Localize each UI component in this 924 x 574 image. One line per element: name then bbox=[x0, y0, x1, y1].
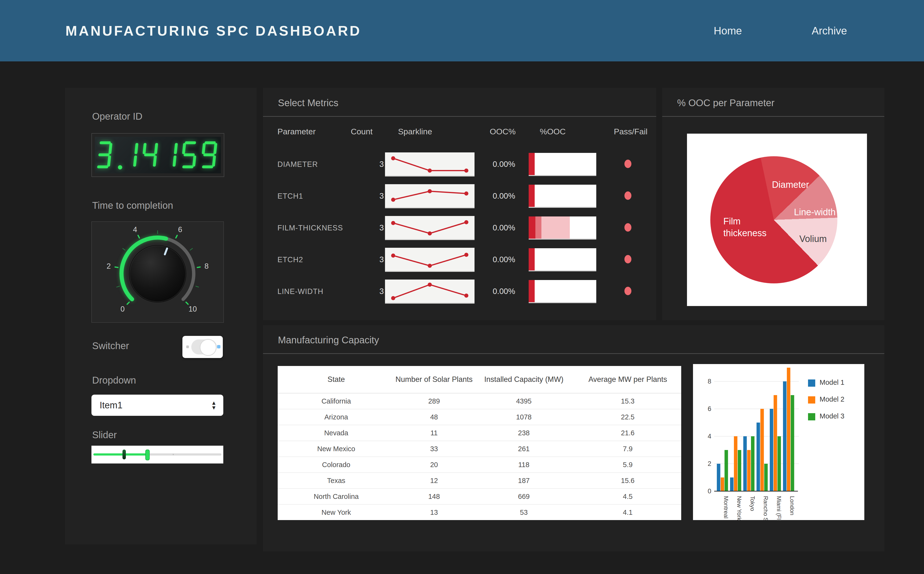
time-gauge: 0246810 bbox=[91, 221, 224, 323]
svg-text:Montreal (Quebec): Montreal (Quebec) bbox=[723, 496, 729, 520]
knob-gauge[interactable]: 0246810 bbox=[92, 222, 223, 322]
switch-knob[interactable] bbox=[200, 339, 217, 356]
slider[interactable] bbox=[91, 446, 223, 464]
table-cell: California bbox=[278, 397, 394, 405]
nav-home[interactable]: Home bbox=[714, 25, 742, 37]
divider bbox=[263, 116, 656, 117]
pass-fail-indicator bbox=[624, 191, 632, 200]
pass-fail-indicator bbox=[624, 255, 632, 263]
table-cell: 289 bbox=[394, 397, 473, 405]
switcher-label: Switcher bbox=[92, 341, 129, 351]
metrics-row: ETCH130.00% bbox=[263, 180, 656, 211]
pie-label-diameter: Diameter bbox=[772, 180, 809, 190]
table-cell: Colorado bbox=[278, 461, 394, 469]
pass-fail-indicator bbox=[624, 159, 632, 168]
table-row: Nevada1123821.6 bbox=[278, 425, 681, 441]
bar bbox=[774, 395, 777, 491]
table-cell: 4.5 bbox=[574, 493, 681, 501]
nav-archive[interactable]: Archive bbox=[812, 25, 847, 37]
ooc-bar bbox=[529, 248, 596, 271]
svg-text:6: 6 bbox=[178, 226, 182, 234]
legend-swatch bbox=[808, 380, 815, 387]
table-cell: New York bbox=[278, 508, 394, 516]
capacity-panel: Manufacturing Capacity StateNumber of So… bbox=[263, 325, 884, 551]
table-row: California289439515.3 bbox=[278, 393, 681, 409]
pie-label-volium: Volium bbox=[799, 234, 827, 244]
chevron-updown-icon: ▲▼ bbox=[211, 401, 217, 410]
table-cell: 15.6 bbox=[574, 477, 681, 485]
svg-text:Tokyo: Tokyo bbox=[749, 496, 756, 511]
bar bbox=[756, 423, 760, 491]
bar bbox=[734, 436, 737, 491]
table-cell: 15.3 bbox=[574, 397, 681, 405]
led-screen bbox=[95, 137, 221, 173]
metrics-row: LINE-WIDTH30.00% bbox=[263, 275, 656, 307]
table-cell: 669 bbox=[473, 493, 574, 501]
legend-label: Model 1 bbox=[820, 378, 844, 386]
svg-text:Miami (Florida): Miami (Florida) bbox=[776, 496, 782, 520]
parameter-name: DIAMETER bbox=[277, 160, 318, 169]
bar bbox=[770, 409, 773, 491]
control-panel: Operator ID Time to completion 0246810 S… bbox=[65, 88, 256, 544]
metrics-row: DIAMETER30.00% bbox=[263, 148, 656, 180]
table-cell: 5.9 bbox=[574, 461, 681, 469]
table-cell: 148 bbox=[394, 493, 473, 501]
table-cell: 11 bbox=[394, 429, 473, 437]
table-row: Texas1218715.6 bbox=[278, 473, 681, 489]
column-header-parameter: Parameter bbox=[277, 127, 316, 136]
svg-text:0: 0 bbox=[708, 487, 711, 495]
sparkline-chart bbox=[385, 279, 475, 304]
sparkline-chart bbox=[385, 184, 475, 208]
bar bbox=[747, 450, 751, 491]
parameter-name: LINE-WIDTH bbox=[277, 287, 324, 296]
ooc-bar bbox=[529, 153, 596, 176]
column-header-pooc: %OOC bbox=[539, 127, 567, 136]
divider bbox=[662, 116, 884, 117]
table-cell: 12 bbox=[394, 477, 473, 485]
table-cell: 21.6 bbox=[574, 429, 681, 437]
table-header-cell: Average MW per Plants bbox=[574, 375, 681, 384]
table-row: Colorado201185.9 bbox=[278, 457, 681, 473]
sparkline-chart bbox=[385, 216, 475, 240]
divider bbox=[263, 353, 884, 354]
dropdown-value: Item1 bbox=[100, 400, 211, 410]
bar bbox=[743, 436, 747, 491]
switcher-toggle[interactable] bbox=[182, 336, 223, 358]
bar bbox=[721, 478, 724, 491]
slider-track[interactable] bbox=[93, 453, 222, 456]
ooc-percent: 0.00% bbox=[484, 191, 515, 200]
column-header-sparkline: Sparkline bbox=[396, 127, 434, 136]
ooc-bar-segment bbox=[529, 280, 535, 302]
pie-panel: % OOC per Parameter Diameter Line-width … bbox=[662, 88, 884, 320]
ooc-bar bbox=[529, 184, 596, 208]
table-cell: 261 bbox=[473, 445, 574, 453]
table-cell: 48 bbox=[394, 413, 473, 421]
ooc-bar-segment bbox=[535, 216, 541, 239]
dropdown-label: Dropdown bbox=[92, 375, 136, 386]
ooc-bar bbox=[529, 280, 596, 303]
table-cell: Texas bbox=[278, 477, 394, 485]
table-cell: 238 bbox=[473, 429, 574, 437]
table-cell: 22.5 bbox=[574, 413, 681, 421]
ooc-bar-segment bbox=[529, 184, 535, 207]
table-row: New Mexico332617.9 bbox=[278, 441, 681, 457]
select-metrics-panel: Select Metrics Parameter Count Sparkline… bbox=[263, 88, 656, 320]
table-header-cell: Installed Capacity (MW) bbox=[473, 375, 574, 384]
svg-text:Rancho Santa Margarita: Rancho Santa Margarita bbox=[762, 496, 769, 520]
switch-on-dot bbox=[217, 345, 220, 348]
parameter-name: ETCH2 bbox=[277, 255, 303, 264]
table-cell: 4.1 bbox=[574, 508, 681, 516]
legend-label: Model 2 bbox=[820, 395, 844, 403]
table-cell: 33 bbox=[394, 445, 473, 453]
page-title: MANUFACTURING SPC DASHBOARD bbox=[66, 23, 361, 39]
capacity-title: Manufacturing Capacity bbox=[278, 335, 379, 345]
parameter-name: ETCH1 bbox=[277, 192, 303, 200]
slider-handle[interactable] bbox=[145, 449, 150, 460]
slider-handle-secondary[interactable] bbox=[123, 449, 126, 459]
bar bbox=[751, 436, 754, 491]
bar bbox=[764, 464, 768, 491]
dropdown-select[interactable]: Item1 ▲▼ bbox=[91, 395, 223, 416]
capacity-table: StateNumber of Solar PlantsInstalled Cap… bbox=[278, 366, 681, 520]
bar bbox=[787, 367, 790, 491]
ooc-percent: 0.00% bbox=[484, 159, 515, 169]
